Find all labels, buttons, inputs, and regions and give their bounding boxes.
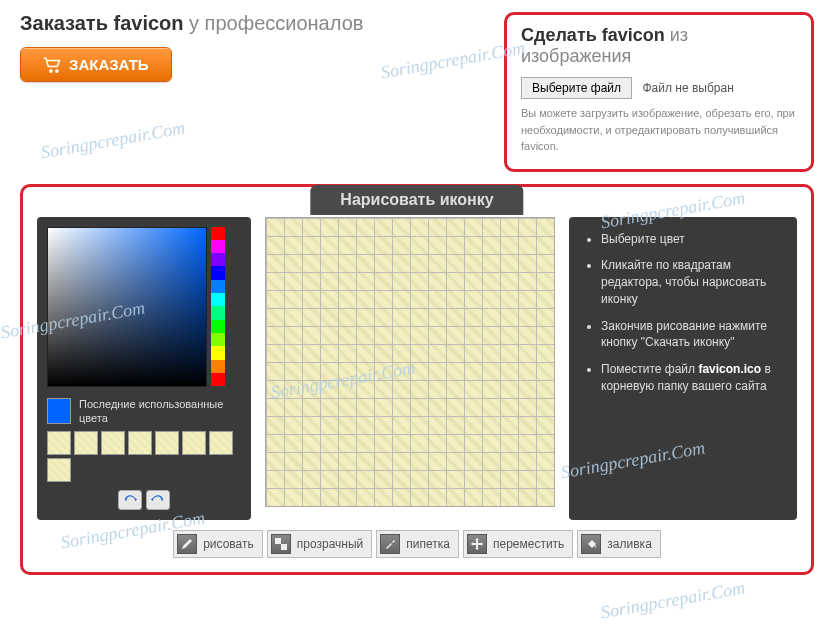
undo-button[interactable] bbox=[118, 490, 142, 510]
transparent-icon bbox=[271, 534, 291, 554]
tool-label: заливка bbox=[607, 537, 651, 551]
redo-icon bbox=[151, 494, 165, 506]
order-button-label: ЗАКАЗАТЬ bbox=[69, 56, 149, 73]
swatch[interactable] bbox=[47, 458, 71, 482]
choose-file-button[interactable]: Выберите файл bbox=[521, 77, 632, 99]
order-button[interactable]: ЗАКАЗАТЬ bbox=[20, 47, 172, 82]
undo-icon bbox=[123, 494, 137, 506]
make-title: Сделать favicon из изображения bbox=[521, 25, 797, 67]
order-title-bold: Заказать favicon bbox=[20, 12, 184, 34]
color-picker[interactable] bbox=[47, 227, 207, 387]
redo-button[interactable] bbox=[146, 490, 170, 510]
eyedropper-icon bbox=[380, 534, 400, 554]
svg-rect-0 bbox=[275, 538, 281, 544]
hue-slider[interactable] bbox=[211, 227, 225, 387]
order-title: Заказать favicon у профессионалов bbox=[20, 12, 484, 35]
tool-transparent[interactable]: прозрачный bbox=[267, 530, 373, 558]
draw-icon-section: Нарисовать иконку Последние использованн… bbox=[20, 184, 814, 576]
tool-label: переместить bbox=[493, 537, 564, 551]
swatch[interactable] bbox=[209, 431, 233, 455]
instruction-item: Закончив рисование нажмите кнопку "Скача… bbox=[601, 318, 783, 352]
recent-swatches bbox=[47, 431, 241, 482]
canvas-wrap bbox=[265, 217, 555, 521]
tool-label: прозрачный bbox=[297, 537, 364, 551]
make-title-bold: Сделать favicon bbox=[521, 25, 665, 45]
toolbar: рисовать прозрачный пипетка переместить … bbox=[37, 530, 797, 558]
tool-fill[interactable]: заливка bbox=[577, 530, 660, 558]
draw-section-title: Нарисовать иконку bbox=[310, 185, 523, 215]
swatch[interactable] bbox=[155, 431, 179, 455]
make-from-image-section: Сделать favicon из изображения Выберите … bbox=[504, 12, 814, 172]
swatch[interactable] bbox=[47, 431, 71, 455]
current-color-swatch[interactable] bbox=[47, 398, 71, 424]
tool-move[interactable]: переместить bbox=[463, 530, 573, 558]
color-panel: Последние использованные цвета bbox=[37, 217, 251, 521]
swatch[interactable] bbox=[182, 431, 206, 455]
tool-draw[interactable]: рисовать bbox=[173, 530, 263, 558]
fill-icon bbox=[581, 534, 601, 554]
order-title-light: у профессионалов bbox=[189, 12, 363, 34]
svg-rect-1 bbox=[281, 544, 287, 550]
tool-eyedrop[interactable]: пипетка bbox=[376, 530, 459, 558]
instruction-item: Поместите файл favicon.ico в корневую па… bbox=[601, 361, 783, 395]
upload-description: Вы можете загрузить изображение, обрезат… bbox=[521, 105, 797, 155]
pencil-icon bbox=[177, 534, 197, 554]
file-status: Файл не выбран bbox=[643, 81, 734, 95]
instruction-item: Выберите цвет bbox=[601, 231, 783, 248]
recent-colors-label: Последние использованные цвета bbox=[79, 397, 241, 426]
tool-label: рисовать bbox=[203, 537, 254, 551]
cart-icon bbox=[43, 57, 61, 73]
instruction-item: Кликайте по квадратам редактора, чтобы н… bbox=[601, 257, 783, 307]
tool-label: пипетка bbox=[406, 537, 450, 551]
swatch[interactable] bbox=[101, 431, 125, 455]
pixel-canvas[interactable] bbox=[265, 217, 555, 507]
swatch[interactable] bbox=[128, 431, 152, 455]
instructions-panel: Выберите цветКликайте по квадратам редак… bbox=[569, 217, 797, 521]
move-icon bbox=[467, 534, 487, 554]
swatch[interactable] bbox=[74, 431, 98, 455]
order-section: Заказать favicon у профессионалов ЗАКАЗА… bbox=[20, 12, 484, 82]
